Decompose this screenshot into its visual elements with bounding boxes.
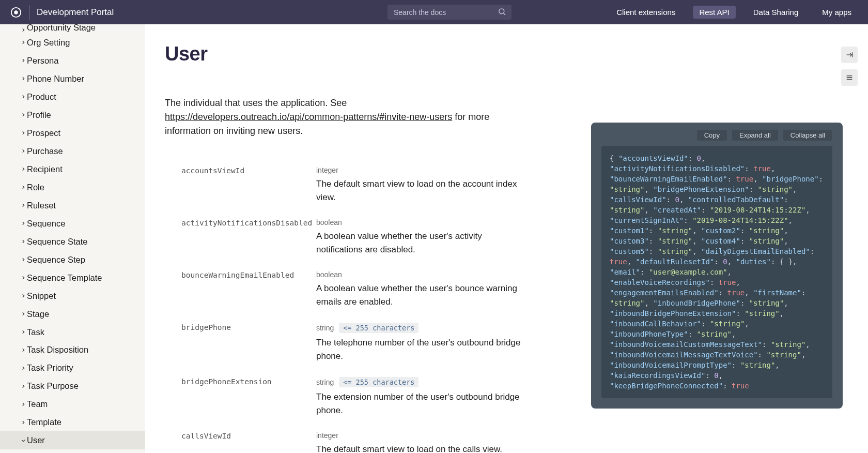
sidebar-item-task-priority[interactable]: Task Priority (0, 359, 145, 377)
sidebar-item-label: Purchase (27, 146, 63, 156)
nav-my-apps[interactable]: My apps (816, 6, 858, 19)
attr-name: accountsViewId (165, 166, 316, 204)
sidebar-item-label: Persona (27, 56, 58, 66)
sidebar-item-label: Template (27, 417, 61, 427)
sidebar-item-team[interactable]: Team (0, 395, 145, 413)
chevron-right-icon (21, 329, 26, 335)
sidebar-item-label: User (27, 435, 45, 445)
sidebar-item-label: Task (27, 327, 44, 337)
chevron-right-icon (21, 94, 26, 99)
chevron-right-icon (21, 112, 26, 117)
attr-desc: A boolean value whether the user's activ… (316, 230, 528, 256)
chevron-right-icon (21, 58, 26, 63)
sidebar-item-profile[interactable]: Profile (0, 106, 145, 124)
portal-name: Development Portal (37, 7, 114, 18)
attr-desc: The default smart view to load on the ca… (316, 443, 528, 453)
top-bar: Development Portal Client extensions Res… (0, 0, 868, 24)
nav-data-sharing[interactable]: Data Sharing (747, 6, 805, 19)
chevron-right-icon (21, 203, 26, 208)
sidebar-item-prospect[interactable]: Prospect (0, 124, 145, 142)
sidebar-item-label: Phone Number (27, 74, 84, 84)
attr-desc: The telephone number of the user's outbo… (316, 336, 528, 363)
attr-row-bounceWarningEmailEnabled: bounceWarningEmailEnabledbooleanA boolea… (165, 263, 528, 315)
example-panel: Copy Expand all Collapse all { "accounts… (591, 123, 843, 409)
chevron-right-icon (21, 275, 26, 280)
chevron-right-icon (21, 348, 26, 353)
chevron-right-icon (21, 239, 26, 244)
sidebar-item-phone-number[interactable]: Phone Number (0, 70, 145, 88)
attr-name: activityNotificationsDisabled (165, 218, 316, 256)
sidebar-item-sequence-step[interactable]: Sequence Step (0, 251, 145, 269)
chevron-right-icon (21, 130, 26, 135)
attr-type: integer (316, 166, 338, 174)
nav-rest-api[interactable]: Rest API (693, 6, 735, 19)
chevron-right-icon (21, 402, 26, 407)
attr-constraint: <= 255 characters (339, 377, 419, 387)
expand-all-button[interactable]: Expand all (732, 130, 778, 141)
sidebar-item-product[interactable]: Product (0, 88, 145, 106)
sidebar-item-sequence-template[interactable]: Sequence Template (0, 269, 145, 287)
attribute-list: accountsViewIdintegerThe default smart v… (165, 159, 528, 453)
attr-type: integer (316, 431, 338, 440)
chevron-right-icon (21, 293, 26, 298)
attr-constraint: <= 255 characters (339, 323, 419, 333)
sidebar-item-template[interactable]: Template (0, 413, 145, 431)
sidebar-item-label: Ruleset (27, 201, 56, 210)
attr-row-bridgePhoneExtension: bridgePhoneExtensionstring<= 255 charact… (165, 370, 528, 424)
sidebar-item-label: Team (27, 399, 48, 409)
sidebar-item-label: Org Setting (27, 38, 70, 48)
list-view-button[interactable] (841, 69, 858, 86)
sidebar-item-persona[interactable]: Persona (0, 52, 145, 70)
attr-name: bounceWarningEmailEnabled (165, 270, 316, 308)
sidebar-item-opportunity-stage[interactable]: Opportunity Stage (0, 24, 145, 34)
sidebar-item-sequence-state[interactable]: Sequence State (0, 233, 145, 251)
sidebar-item-label: Prospect (27, 128, 60, 138)
sidebar-item-task[interactable]: Task (0, 323, 145, 341)
intro-link[interactable]: https://developers.outreach.io/api/commo… (165, 112, 452, 122)
brand-logo-icon (10, 7, 22, 18)
chevron-right-icon (21, 257, 26, 262)
sidebar-item-label: Snippet (27, 291, 56, 301)
chevron-right-icon (21, 384, 26, 389)
sidebar-item-label: Task Priority (27, 363, 73, 373)
sidebar[interactable]: Opportunity StageOrg SettingPersonaPhone… (0, 24, 145, 453)
copy-button[interactable]: Copy (697, 130, 727, 141)
attr-name: bridgePhoneExtension (165, 377, 316, 417)
search-input[interactable] (388, 5, 512, 20)
code-block[interactable]: { "accountsViewId": 0, "activityNotifica… (601, 146, 832, 398)
sidebar-item-label: Sequence Step (27, 255, 85, 265)
page-title: User (165, 43, 528, 65)
expand-panel-button[interactable] (841, 47, 858, 63)
sidebar-item-recipient[interactable]: Recipient (0, 160, 145, 178)
sidebar-item-purchase[interactable]: Purchase (0, 142, 145, 160)
nav-client-extensions[interactable]: Client extensions (610, 6, 681, 19)
chevron-right-icon (21, 311, 26, 316)
content-area[interactable]: User The individual that uses the applic… (145, 24, 868, 453)
sidebar-item-ruleset[interactable]: Ruleset (0, 197, 145, 215)
side-tools (841, 47, 858, 86)
example-toolbar: Copy Expand all Collapse all (591, 123, 843, 146)
attr-name: callsViewId (165, 431, 316, 453)
chevron-right-icon (21, 167, 26, 172)
logo-area[interactable]: Development Portal (10, 5, 114, 20)
chevron-right-icon (21, 76, 26, 81)
chevron-right-icon (21, 40, 26, 45)
attr-desc: The extension number of the user's outbo… (316, 390, 528, 417)
intro-text: The individual that uses the application… (165, 96, 528, 138)
sidebar-item-user[interactable]: User (0, 431, 145, 449)
sidebar-item-org-setting[interactable]: Org Setting (0, 34, 145, 52)
sidebar-item-role[interactable]: Role (0, 178, 145, 197)
collapse-all-button[interactable]: Collapse all (783, 130, 832, 141)
sidebar-item-snippet[interactable]: Snippet (0, 287, 145, 305)
sidebar-item-label: Sequence (27, 219, 65, 229)
sidebar-item-label: Opportunity Stage (27, 24, 96, 33)
sidebar-item-task-purpose[interactable]: Task Purpose (0, 377, 145, 395)
sidebar-item-sequence[interactable]: Sequence (0, 215, 145, 233)
chevron-right-icon (21, 420, 26, 425)
sidebar-item-task-disposition[interactable]: Task Disposition (0, 341, 145, 359)
sidebar-item-label: Product (27, 92, 56, 102)
sidebar-item-stage[interactable]: Stage (0, 305, 145, 323)
attr-row-bridgePhone: bridgePhonestring<= 255 charactersThe te… (165, 315, 528, 370)
sidebar-item-label: Sequence State (27, 237, 87, 247)
attr-desc: A boolean value whether the user's bounc… (316, 282, 528, 308)
